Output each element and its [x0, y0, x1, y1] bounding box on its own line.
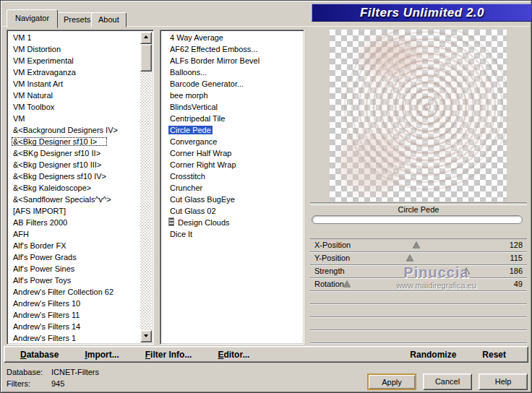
scroll-up-button[interactable] [140, 32, 152, 44]
category-item[interactable]: [AFS IMPORT] [9, 205, 140, 217]
parameter-slider-empty[interactable] [310, 330, 527, 343]
category-item-label: Andrew's Filters 14 [12, 322, 82, 331]
filter-item-label: Crosstitch [168, 172, 207, 181]
menu-reset[interactable]: Reset [482, 350, 506, 360]
status-filters-value: 945 [51, 379, 99, 388]
tab-presets-label: Presets [64, 15, 90, 24]
menu-filter-info[interactable]: Filter Info... [145, 350, 192, 360]
menu-import[interactable]: Import... [85, 350, 119, 360]
progress-bar [312, 215, 523, 224]
category-item[interactable]: Andrew's Filters 14 [9, 321, 140, 332]
scrollbar-thumb[interactable] [140, 44, 152, 72]
filter-item[interactable]: Cut Glass BugEye [162, 194, 302, 205]
filter-item[interactable]: BlindsVertical [162, 101, 302, 113]
parameter-label: X-Position [314, 241, 351, 249]
status-filters-label: Filters: [7, 379, 51, 388]
category-item[interactable]: &<Bkg Designer sf10 III> [9, 159, 140, 170]
category-item[interactable]: VM Natural [9, 90, 140, 101]
slider-marker-icon[interactable] [413, 242, 420, 249]
category-item[interactable]: VM Experimental [9, 55, 140, 66]
category-item-label: Alf's Border FX [12, 241, 68, 250]
parameter-slider-empty[interactable] [310, 291, 527, 304]
filter-item-label: Cruncher [168, 183, 204, 192]
category-item[interactable]: Andrew's Filters 1 [9, 332, 140, 342]
category-item[interactable]: VM [9, 113, 140, 124]
parameter-slider-empty[interactable] [310, 304, 527, 317]
arrow-up-icon [144, 35, 148, 38]
filter-item[interactable]: Dice It [162, 228, 302, 240]
slider-marker-icon[interactable] [406, 255, 413, 262]
category-item[interactable]: &<Bkg Designers sf10 IV> [9, 170, 140, 182]
filter-item[interactable]: bee morph [162, 90, 302, 101]
tab-about[interactable]: About [91, 12, 126, 27]
category-item[interactable]: AFH [9, 228, 140, 240]
category-item[interactable]: Andrew's Filter Collection 62 [9, 286, 140, 298]
category-item[interactable]: Alf's Power Toys [9, 275, 140, 286]
parameter-value: 186 [510, 267, 523, 275]
parameter-value: 49 [514, 280, 523, 288]
filter-item[interactable]: Barcode Generator... [162, 78, 302, 90]
category-item[interactable]: &<Bkg Designer sf10 I> [9, 136, 140, 147]
filter-item[interactable]: AF62 Effected Emboss... [162, 43, 302, 55]
cancel-button[interactable]: Cancel [423, 373, 472, 390]
filter-item[interactable]: Corner Right Wrap [162, 159, 302, 170]
tab-navigator-label: Navigator [15, 14, 49, 22]
filter-item[interactable]: Cut Glass 02 [162, 205, 302, 217]
filter-item[interactable]: Cruncher [162, 182, 302, 194]
category-scrollbar[interactable] [140, 32, 152, 342]
filter-item[interactable]: Centripedal Tile [162, 113, 302, 124]
filter-item-label: bee morph [168, 91, 210, 100]
filter-item[interactable]: Circle Pede [162, 124, 302, 136]
tab-navigator[interactable]: Navigator [7, 9, 58, 28]
parameter-slider[interactable]: X-Position128 [310, 239, 527, 252]
category-item[interactable]: Andrew's Filters 10 [9, 298, 140, 309]
category-item[interactable]: AB Filters 2000 [9, 217, 140, 228]
apply-button[interactable]: Apply [367, 373, 416, 390]
filter-preview[interactable] [330, 30, 507, 202]
filter-item[interactable]: 4 Way Average [162, 32, 302, 43]
category-item-label: Andrew's Filters 10 [12, 299, 82, 308]
arrow-down-icon [144, 334, 148, 337]
status-area: Database: ICNET-Filters Filters: 945 [7, 368, 99, 388]
category-item-label: VM Natural [12, 91, 54, 100]
filter-listbox: 4 Way AverageAF62 Effected Emboss...ALFs… [160, 30, 304, 345]
filter-item[interactable]: Crosstitch [162, 170, 302, 182]
menu-randomize[interactable]: Randomize [410, 350, 456, 360]
filter-item-label: Cut Glass BugEye [168, 195, 236, 204]
category-item[interactable]: &<Background Designers IV> [9, 124, 140, 136]
menu-database[interactable]: Database [20, 350, 59, 360]
menu-editor[interactable]: Editor... [218, 350, 249, 360]
scrollbar-track[interactable] [140, 44, 152, 330]
filter-item[interactable]: Convergance [162, 136, 302, 147]
category-item[interactable]: Alf's Power Grads [9, 251, 140, 263]
category-item-label: VM Extravaganza [12, 68, 77, 77]
parameter-slider-empty[interactable] [310, 317, 527, 330]
parameter-rows: X-Position128Y-Position115Strength186Rot… [310, 238, 527, 343]
parameter-slider[interactable]: Rotation49 [310, 278, 527, 291]
category-item[interactable]: Alf's Border FX [9, 240, 140, 251]
filter-item[interactable]: Balloons... [162, 66, 302, 78]
slider-marker-icon[interactable] [463, 268, 470, 275]
filter-item-label: Centripedal Tile [168, 114, 226, 123]
category-item[interactable]: &<BKg Designer sf10 II> [9, 147, 140, 159]
category-item[interactable]: VM Distortion [9, 43, 140, 55]
parameter-slider[interactable]: Y-Position115 [310, 252, 527, 265]
category-item[interactable]: VM Instant Art [9, 78, 140, 90]
filter-item[interactable]: Corner Half Wrap [162, 147, 302, 159]
category-item[interactable]: Andrew's Filters 11 [9, 309, 140, 321]
category-item[interactable]: VM Toolbox [9, 101, 140, 113]
category-item[interactable]: Alf's Power Sines [9, 263, 140, 275]
slider-marker-icon[interactable] [343, 281, 351, 288]
category-item[interactable]: &<Bkg Kaleidoscope> [9, 182, 140, 194]
category-item[interactable]: VM Extravaganza [9, 66, 140, 78]
scroll-down-button[interactable] [140, 330, 152, 342]
category-item-label: Alf's Power Sines [12, 264, 76, 273]
app-title-banner: Filters Unlimited 2.0 [312, 4, 532, 22]
help-button[interactable]: Help [479, 373, 528, 390]
category-item[interactable]: &<Sandflower Specials^v^> [9, 194, 140, 205]
parameter-value: 128 [510, 241, 523, 249]
category-item[interactable]: VM 1 [9, 32, 140, 43]
filter-item[interactable]: ALFs Border Mirror Bevel [162, 55, 302, 66]
parameter-slider[interactable]: Strength186 [310, 265, 527, 278]
filter-item[interactable]: Design Clouds [162, 217, 302, 228]
